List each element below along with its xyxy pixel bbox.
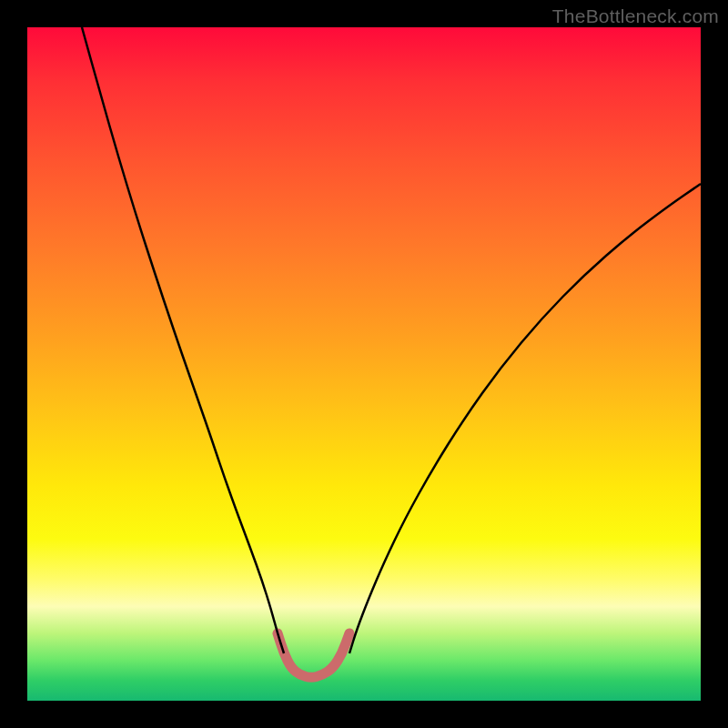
watermark-label: TheBottleneck.com	[552, 5, 719, 27]
left-branch-path	[82, 27, 284, 653]
chart-curves	[27, 27, 701, 701]
chart-frame: TheBottleneck.com	[0, 0, 728, 728]
plot-area	[27, 27, 701, 701]
valley-highlight-path	[278, 633, 349, 677]
right-branch-path	[349, 184, 701, 653]
